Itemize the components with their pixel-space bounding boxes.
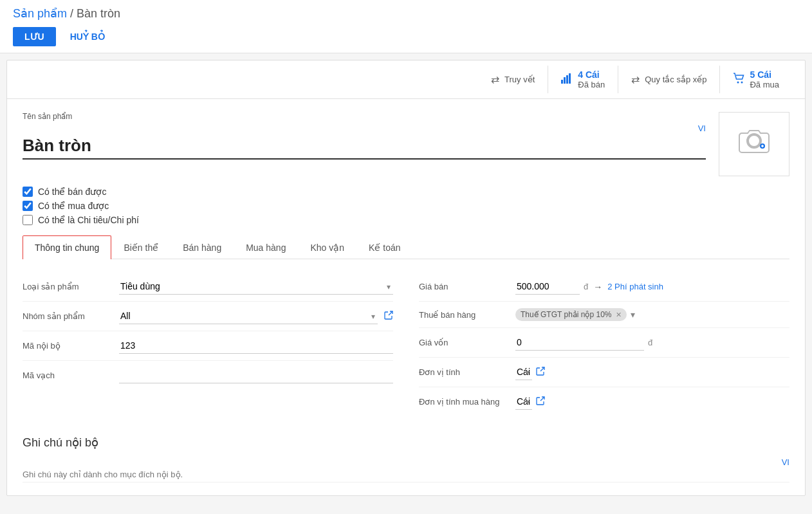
checkbox-can-sell[interactable] — [23, 187, 33, 197]
form-right: Giá bán đ → 2 Phí phát sinh Thuế bán hàn… — [419, 272, 789, 416]
ma-vach-input[interactable] — [119, 367, 393, 383]
truy-vet-icon: ⇄ — [491, 73, 499, 86]
tab-kho-van[interactable]: Kho vận — [298, 235, 356, 259]
tab-thong-tin-chung[interactable]: Thông tin chung — [23, 235, 111, 259]
main-content: ⇄ Truy vết 4 Cái Đã bán ⇄ Quy tắc sắp xế… — [6, 60, 806, 496]
don-vi-tinh-mua-hang-select[interactable]: Cái — [515, 394, 532, 410]
notes-vi-link[interactable]: VI — [782, 457, 789, 467]
save-button[interactable]: LƯU — [13, 27, 56, 46]
breadcrumb-separator: / — [70, 7, 77, 20]
checkbox-row-1: Có thể bán được — [23, 187, 789, 197]
notes-input-wrapper: VI — [23, 457, 789, 482]
quy-tac-label: Quy tắc sắp xếp — [645, 75, 706, 84]
checkbox-can-buy[interactable] — [23, 201, 33, 211]
gia-von-price-row: đ — [515, 335, 652, 351]
nhom-san-pham-external-link-icon[interactable] — [384, 311, 393, 322]
svg-rect-1 — [564, 77, 566, 84]
thue-ban-hang-label: Thuế bán hàng — [419, 310, 509, 320]
form-area: Tên sản phẩm VI — [7, 99, 805, 495]
gia-ban-label: Giá bán — [419, 282, 509, 291]
gia-ban-row: Giá bán đ → 2 Phí phát sinh — [419, 272, 789, 302]
ma-vach-value — [119, 367, 393, 383]
action-buttons: LƯU HUỶ BỎ — [13, 27, 799, 46]
stat-da-mua[interactable]: 5 Cái Đã mua — [719, 66, 792, 93]
nhom-san-pham-select-wrapper: All — [119, 308, 378, 324]
stats-bar: ⇄ Truy vết 4 Cái Đã bán ⇄ Quy tắc sắp xế… — [7, 60, 805, 99]
ma-noi-bo-label: Mã nội bộ — [23, 341, 113, 351]
stat-truy-vet[interactable]: ⇄ Truy vết — [478, 66, 548, 93]
nhom-san-pham-label: Nhóm sản phẩm — [23, 311, 113, 321]
ma-noi-bo-value — [119, 338, 393, 354]
breadcrumb-parent[interactable]: Sản phẩm — [13, 7, 67, 20]
svg-point-4 — [737, 81, 739, 83]
notes-input[interactable] — [23, 467, 789, 482]
breadcrumb: Sản phẩm / Bàn tròn — [13, 6, 799, 21]
da-ban-text: 4 Cái Đã bán — [578, 69, 605, 89]
da-mua-text: 5 Cái Đã mua — [750, 69, 779, 89]
checkbox-row-2: Có thể mua được — [23, 201, 789, 211]
thue-ban-hang-row: Thuế bán hàng Thuế GTGT phải nộp 10% ✕ ▾ — [419, 302, 789, 328]
loai-san-pham-select[interactable]: Tiêu dùng — [119, 279, 393, 295]
product-name-input[interactable] — [23, 133, 706, 160]
gia-ban-price-row: đ → 2 Phí phát sinh — [515, 279, 663, 295]
gia-von-input[interactable] — [515, 335, 644, 351]
don-vi-tinh-row: Đơn vị tính Cái — [419, 358, 789, 387]
gia-ban-phi-phat-sinh[interactable]: 2 Phí phát sinh — [607, 282, 663, 291]
loai-san-pham-row: Loại sản phẩm Tiêu dùng — [23, 272, 393, 302]
tab-ban-hang[interactable]: Bán hàng — [171, 235, 234, 259]
quy-tac-icon: ⇄ — [631, 73, 640, 86]
gia-ban-currency: đ — [584, 282, 588, 291]
thue-dropdown-arrow[interactable]: ▾ — [631, 309, 635, 320]
don-vi-tinh-label: Đơn vị tính — [419, 367, 509, 377]
loai-san-pham-label: Loại sản phẩm — [23, 282, 113, 291]
thue-tag-close[interactable]: ✕ — [616, 311, 622, 319]
gia-von-row: Giá vốn đ — [419, 328, 789, 358]
product-name-label: Tên sản phẩm — [23, 112, 706, 121]
tabs: Thông tin chung Biến thể Bán hàng Mua hà… — [23, 235, 789, 259]
don-vi-tinh-select-wrapper: Cái — [515, 364, 532, 380]
svg-rect-2 — [566, 75, 568, 84]
gia-von-label: Giá vốn — [419, 338, 509, 347]
don-vi-tinh-mua-hang-unit-row: Cái — [515, 394, 545, 410]
checkbox-row-3: Có thể là Chi tiêu/Chi phí — [23, 215, 789, 225]
ma-vach-label: Mã vạch — [23, 371, 113, 380]
don-vi-tinh-select[interactable]: Cái — [515, 364, 532, 380]
svg-rect-3 — [569, 73, 571, 84]
stat-quy-tac[interactable]: ⇄ Quy tắc sắp xếp — [618, 66, 719, 93]
don-vi-tinh-mua-hang-label: Đơn vị tính mua hàng — [419, 397, 509, 407]
cancel-button[interactable]: HUỶ BỎ — [64, 27, 111, 46]
stat-da-ban[interactable]: 4 Cái Đã bán — [548, 66, 618, 93]
nhom-san-pham-row: Nhóm sản phẩm All — [23, 302, 393, 331]
truy-vet-label: Truy vết — [504, 75, 535, 84]
tab-bien-the[interactable]: Biến thể — [111, 235, 171, 259]
don-vi-tinh-external-link-icon[interactable] — [536, 367, 545, 378]
product-name-vi-link[interactable]: VI — [698, 124, 706, 133]
form-left: Loại sản phẩm Tiêu dùng Nhóm sản phẩm Al… — [23, 272, 393, 416]
camera-icon — [738, 127, 770, 162]
nhom-san-pham-select[interactable]: All — [119, 308, 378, 324]
checkbox-can-buy-label[interactable]: Có thể mua được — [38, 201, 109, 211]
tab-ke-toan[interactable]: Kế toán — [356, 235, 412, 259]
breadcrumb-current: Bàn tròn — [77, 7, 120, 20]
gia-ban-arrow: → — [593, 282, 602, 292]
notes-section: Ghi chú nội bộ VI — [23, 436, 789, 482]
da-ban-icon — [561, 73, 573, 86]
notes-title: Ghi chú nội bộ — [23, 436, 789, 450]
thue-tag-text: Thuế GTGT phải nộp 10% — [521, 310, 612, 319]
don-vi-tinh-mua-hang-select-wrapper: Cái — [515, 394, 532, 410]
top-bar: Sản phẩm / Bàn tròn LƯU HUỶ BỎ — [0, 0, 812, 53]
form-grid: Loại sản phẩm Tiêu dùng Nhóm sản phẩm Al… — [23, 272, 789, 416]
da-mua-icon — [733, 73, 744, 87]
product-image-placeholder[interactable] — [719, 112, 789, 176]
gia-ban-input[interactable] — [515, 279, 580, 295]
checkbox-expense[interactable] — [23, 215, 33, 225]
don-vi-tinh-mua-hang-external-link-icon[interactable] — [536, 396, 545, 407]
tab-mua-hang[interactable]: Mua hàng — [234, 235, 298, 259]
svg-rect-0 — [561, 80, 563, 84]
da-ban-number: 4 Cái — [578, 69, 599, 80]
checkbox-can-sell-label[interactable]: Có thể bán được — [38, 187, 106, 197]
don-vi-tinh-mua-hang-row: Đơn vị tính mua hàng Cái — [419, 387, 789, 416]
checkbox-expense-label[interactable]: Có thể là Chi tiêu/Chi phí — [38, 215, 139, 225]
ma-noi-bo-input[interactable] — [119, 338, 393, 354]
gia-von-currency: đ — [648, 338, 652, 347]
